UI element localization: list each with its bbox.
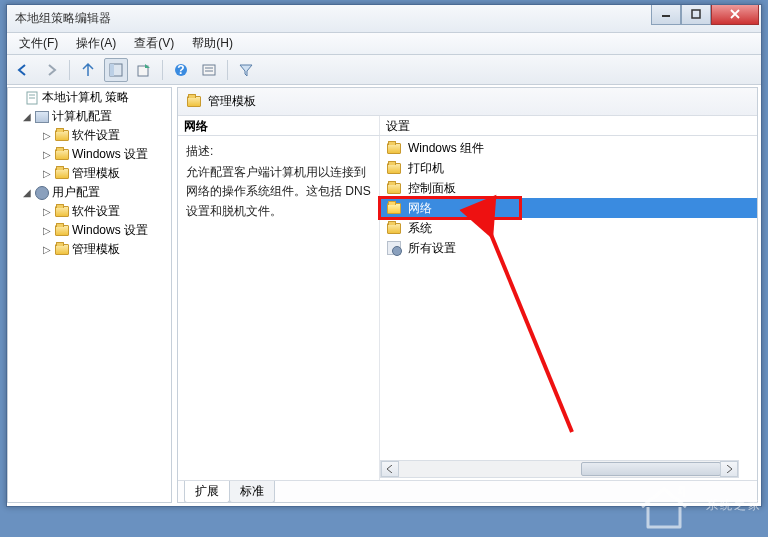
tree-root[interactable]: 本地计算机 策略 xyxy=(8,88,171,107)
scroll-left-button[interactable] xyxy=(381,461,399,477)
folder-icon xyxy=(54,204,70,220)
tree-label: 本地计算机 策略 xyxy=(42,89,129,106)
folder-icon xyxy=(54,166,70,182)
right-pane: 管理模板 网络 设置 描述: 允许配置客户端计算机用以连接到网络的操作系统组件。… xyxy=(177,87,758,503)
forward-button[interactable] xyxy=(39,58,63,82)
svg-rect-1 xyxy=(692,10,700,18)
horizontal-scrollbar[interactable] xyxy=(380,460,739,478)
tree-label: Windows 设置 xyxy=(72,222,148,239)
up-button[interactable] xyxy=(76,58,100,82)
content-header: 管理模板 xyxy=(178,88,757,116)
column-headers: 网络 设置 xyxy=(178,116,757,136)
tab-standard[interactable]: 标准 xyxy=(229,481,275,503)
description-panel: 描述: 允许配置客户端计算机用以连接到网络的操作系统组件。这包括 DNS 设置和… xyxy=(178,136,380,480)
folder-icon xyxy=(386,140,402,156)
tree-windows-settings[interactable]: ▷Windows 设置 xyxy=(8,145,171,164)
expander-icon[interactable]: ▷ xyxy=(42,149,52,160)
watermark: 系统之家 xyxy=(634,479,762,531)
list-item-selected[interactable]: 网络 xyxy=(380,198,757,218)
list-item-label: 网络 xyxy=(408,200,432,217)
expander-icon[interactable]: ▷ xyxy=(42,130,52,141)
close-button[interactable] xyxy=(711,5,759,25)
tree-software-settings-2[interactable]: ▷软件设置 xyxy=(8,202,171,221)
folder-icon xyxy=(186,94,202,110)
tree-user-config[interactable]: ◢用户配置 xyxy=(8,183,171,202)
folder-icon xyxy=(54,147,70,163)
list-item[interactable]: Windows 组件 xyxy=(380,138,757,158)
tree-computer-config[interactable]: ◢计算机配置 xyxy=(8,107,171,126)
toolbar: ? xyxy=(7,55,761,85)
gpedit-window: 本地组策略编辑器 文件(F) 操作(A) 查看(V) 帮助(H) ? 本地计算机… xyxy=(6,4,762,507)
menubar: 文件(F) 操作(A) 查看(V) 帮助(H) xyxy=(7,33,761,55)
expander-icon[interactable]: ▷ xyxy=(42,244,52,255)
tree-label: Windows 设置 xyxy=(72,146,148,163)
toolbar-separator xyxy=(162,60,163,80)
menu-view[interactable]: 查看(V) xyxy=(126,33,182,54)
filter-button[interactable] xyxy=(234,58,258,82)
column-header-left[interactable]: 网络 xyxy=(178,116,380,135)
tree-label: 管理模板 xyxy=(72,241,120,258)
description-label: 描述: xyxy=(186,142,371,161)
computer-icon xyxy=(34,109,50,125)
tree-windows-settings-2[interactable]: ▷Windows 设置 xyxy=(8,221,171,240)
tree-label: 计算机配置 xyxy=(52,108,112,125)
list-item[interactable]: 所有设置 xyxy=(380,238,757,258)
expander-icon[interactable]: ▷ xyxy=(42,206,52,217)
svg-text:?: ? xyxy=(177,63,184,77)
tree-admin-templates[interactable]: ▷管理模板 xyxy=(8,164,171,183)
svg-rect-0 xyxy=(662,15,670,17)
list-item[interactable]: 系统 xyxy=(380,218,757,238)
tree-software-settings[interactable]: ▷软件设置 xyxy=(8,126,171,145)
help-button[interactable]: ? xyxy=(169,58,193,82)
scroll-right-button[interactable] xyxy=(720,461,738,477)
properties-button[interactable] xyxy=(197,58,221,82)
menu-file[interactable]: 文件(F) xyxy=(11,33,66,54)
folder-icon xyxy=(386,160,402,176)
scroll-thumb[interactable] xyxy=(581,462,721,476)
export-button[interactable] xyxy=(132,58,156,82)
minimize-button[interactable] xyxy=(651,5,681,25)
tab-extended[interactable]: 扩展 xyxy=(184,481,230,503)
settings-list[interactable]: Windows 组件 打印机 控制面板 网络 系统 所有设置 xyxy=(380,136,757,480)
menu-action[interactable]: 操作(A) xyxy=(68,33,124,54)
list-item-label: 打印机 xyxy=(408,160,444,177)
user-icon xyxy=(34,185,50,201)
list-item[interactable]: 打印机 xyxy=(380,158,757,178)
back-button[interactable] xyxy=(11,58,35,82)
svg-rect-3 xyxy=(110,64,114,76)
folder-icon xyxy=(54,128,70,144)
expander-icon[interactable]: ◢ xyxy=(22,187,32,198)
folder-icon xyxy=(386,180,402,196)
maximize-button[interactable] xyxy=(681,5,711,25)
tree-label: 用户配置 xyxy=(52,184,100,201)
window-title: 本地组策略编辑器 xyxy=(15,10,651,27)
menu-help[interactable]: 帮助(H) xyxy=(184,33,241,54)
list-item-label: 系统 xyxy=(408,220,432,237)
expander-icon[interactable]: ▷ xyxy=(42,168,52,179)
expander-icon[interactable]: ◢ xyxy=(22,111,32,122)
tree-admin-templates-2[interactable]: ▷管理模板 xyxy=(8,240,171,259)
watermark-text: 系统之家 xyxy=(706,497,762,514)
svg-rect-7 xyxy=(203,65,215,75)
settings-icon xyxy=(386,240,402,256)
show-tree-button[interactable] xyxy=(104,58,128,82)
list-item-label: 控制面板 xyxy=(408,180,456,197)
tree-label: 软件设置 xyxy=(72,203,120,220)
list-item-label: 所有设置 xyxy=(408,240,456,257)
content-body: 描述: 允许配置客户端计算机用以连接到网络的操作系统组件。这包括 DNS 设置和… xyxy=(178,136,757,480)
folder-icon xyxy=(54,223,70,239)
titlebar[interactable]: 本地组策略编辑器 xyxy=(7,5,761,33)
document-icon xyxy=(24,90,40,106)
list-item-label: Windows 组件 xyxy=(408,140,484,157)
content-header-title: 管理模板 xyxy=(208,93,256,110)
list-item[interactable]: 控制面板 xyxy=(380,178,757,198)
expander-icon[interactable]: ▷ xyxy=(42,225,52,236)
column-header-right[interactable]: 设置 xyxy=(380,116,757,135)
description-text: 允许配置客户端计算机用以连接到网络的操作系统组件。这包括 DNS 设置和脱机文件… xyxy=(186,163,371,221)
toolbar-separator xyxy=(69,60,70,80)
folder-icon xyxy=(386,220,402,236)
folder-icon xyxy=(54,242,70,258)
tree-pane[interactable]: 本地计算机 策略 ◢计算机配置 ▷软件设置 ▷Windows 设置 ▷管理模板 … xyxy=(7,87,172,503)
window-controls xyxy=(651,5,759,25)
body-area: 本地计算机 策略 ◢计算机配置 ▷软件设置 ▷Windows 设置 ▷管理模板 … xyxy=(7,87,758,503)
